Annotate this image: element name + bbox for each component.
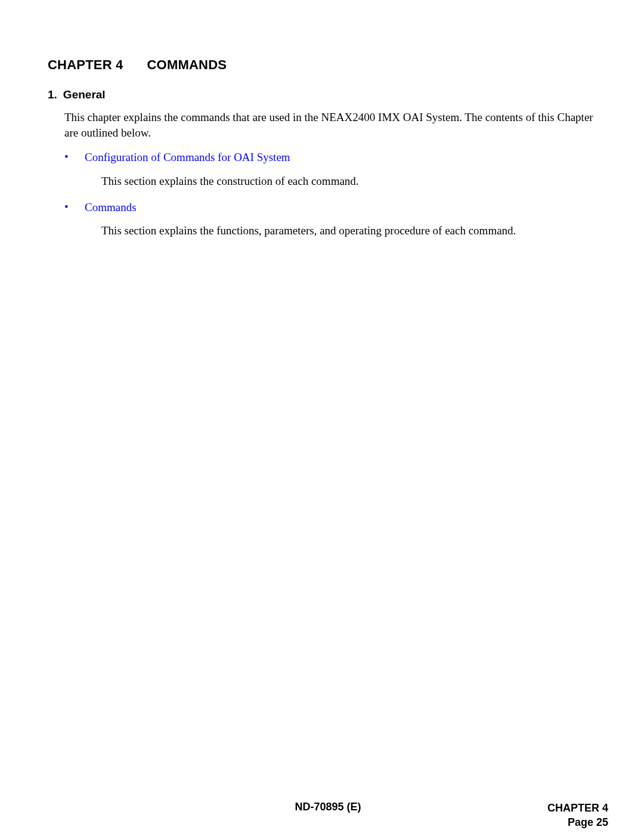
chapter-title: CHAPTER 4COMMANDS bbox=[48, 57, 596, 73]
bullet-icon: • bbox=[64, 150, 85, 165]
footer-doc-id: ND-70895 (E) bbox=[48, 801, 608, 813]
section-title: General bbox=[63, 88, 106, 101]
footer-revision: Revision 1.0 bbox=[546, 830, 608, 833]
intro-paragraph: This chapter explains the commands that … bbox=[64, 110, 596, 140]
section-heading: 1.General bbox=[48, 88, 596, 101]
document-page: CHAPTER 4COMMANDS 1.General This chapter… bbox=[0, 0, 644, 833]
chapter-number: CHAPTER 4 bbox=[48, 57, 123, 73]
footer-right-block: CHAPTER 4 Page 25 Revision 1.0 bbox=[546, 801, 608, 833]
bullet-icon: • bbox=[64, 200, 85, 215]
link-config-commands[interactable]: Configuration of Commands for OAI System bbox=[85, 150, 596, 165]
section-number: 1. bbox=[48, 88, 57, 101]
bullet-description: This section explains the construction o… bbox=[101, 174, 596, 189]
list-item: • Configuration of Commands for OAI Syst… bbox=[64, 150, 596, 165]
list-item: • Commands bbox=[64, 200, 596, 215]
footer-chapter: CHAPTER 4 bbox=[546, 801, 608, 815]
bullet-description: This section explains the functions, par… bbox=[101, 223, 596, 239]
footer-page: Page 25 bbox=[546, 815, 608, 829]
chapter-name: COMMANDS bbox=[147, 57, 227, 72]
link-commands[interactable]: Commands bbox=[85, 200, 596, 215]
bullet-list: • Configuration of Commands for OAI Syst… bbox=[64, 150, 596, 239]
